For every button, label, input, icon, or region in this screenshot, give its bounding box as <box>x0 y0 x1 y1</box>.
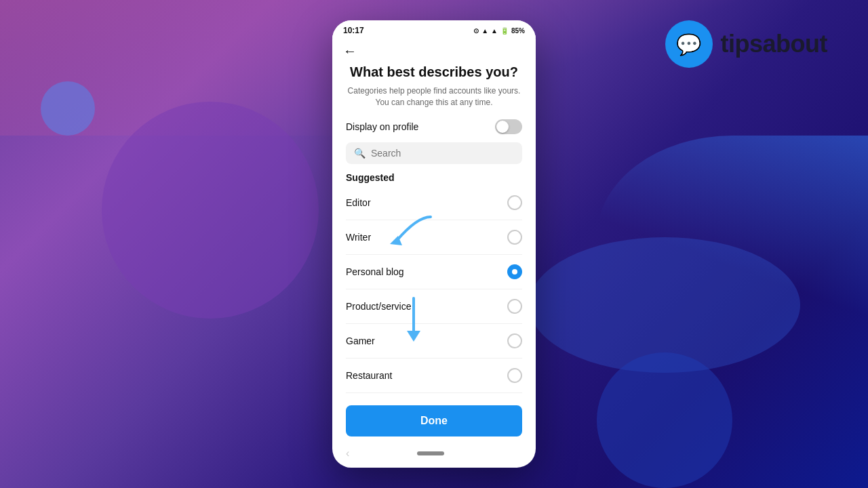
phone-frame: 10:17 ⊙ ▲ ▲ 🔋 85% ← What best describes … <box>332 20 536 468</box>
list-item[interactable]: Writer <box>346 220 522 255</box>
network-icon: ▲ <box>491 27 498 35</box>
category-name: Restaurant <box>346 370 392 381</box>
list-item[interactable]: Personal blog <box>346 255 522 289</box>
status-time: 10:17 <box>343 26 364 35</box>
category-radio[interactable] <box>507 230 522 245</box>
done-button[interactable]: Done <box>346 405 522 436</box>
home-indicator <box>417 451 444 455</box>
signal-icon: ⊙ <box>473 27 479 35</box>
bottom-bar: ‹ <box>332 442 536 468</box>
display-on-profile-toggle[interactable] <box>495 119 522 134</box>
category-name: Personal blog <box>346 266 404 277</box>
category-radio[interactable] <box>507 195 522 210</box>
display-on-profile-row: Display on profile <box>346 119 522 134</box>
category-name: Editor <box>346 197 371 208</box>
back-chevron-icon[interactable]: ‹ <box>346 447 349 460</box>
blob-1 <box>102 102 319 319</box>
category-name: Gamer <box>346 336 375 346</box>
back-area: ← <box>332 38 536 64</box>
battery-percent: 85% <box>511 27 525 35</box>
list-item[interactable]: Restaurant <box>346 359 522 393</box>
logo: tipsabout <box>665 20 827 68</box>
status-bar: 10:17 ⊙ ▲ ▲ 🔋 85% <box>332 20 536 38</box>
screen-content: What best describes you? Categories help… <box>332 64 536 400</box>
subtitle: Categories help people find accounts lik… <box>346 85 522 108</box>
logo-text: tipsabout <box>721 30 827 58</box>
category-radio[interactable] <box>507 368 522 383</box>
page-title: What best describes you? <box>346 64 522 80</box>
wifi-icon: ▲ <box>481 27 488 35</box>
list-item[interactable]: Product/service <box>346 289 522 324</box>
category-name: Writer <box>346 232 371 243</box>
suggested-label: Suggested <box>346 172 522 183</box>
search-input[interactable] <box>371 148 514 159</box>
subtitle-line1: Categories help people find accounts lik… <box>348 86 521 96</box>
search-icon: 🔍 <box>354 148 366 159</box>
logo-icon <box>665 20 713 68</box>
subtitle-line2: You can change this at any time. <box>375 98 492 107</box>
battery-icon: 🔋 <box>500 27 509 35</box>
category-list: Editor Writer Personal blog Product/serv… <box>346 186 522 400</box>
category-name: Product/service <box>346 301 411 312</box>
blob-4 <box>597 352 732 488</box>
list-item[interactable]: Editor <box>346 186 522 220</box>
category-radio-checked[interactable] <box>507 264 522 279</box>
status-icons: ⊙ ▲ ▲ 🔋 85% <box>473 27 525 35</box>
display-on-profile-label: Display on profile <box>346 121 418 132</box>
category-radio[interactable] <box>507 299 522 314</box>
category-radio[interactable] <box>507 333 522 348</box>
back-button[interactable]: ← <box>343 43 357 59</box>
list-item[interactable]: Gamer <box>346 324 522 359</box>
blob-2 <box>41 81 95 136</box>
search-box[interactable]: 🔍 <box>346 142 522 164</box>
